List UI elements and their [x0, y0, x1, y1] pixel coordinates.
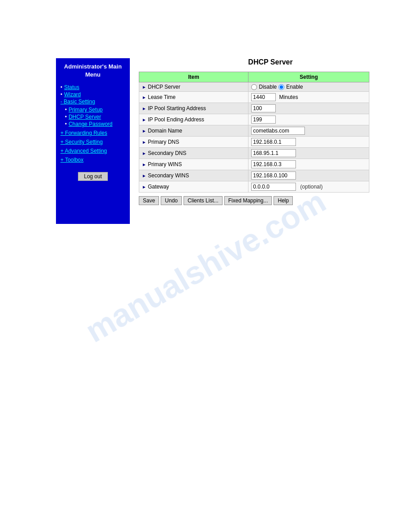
- advanced-setting-section[interactable]: + Advanced Setting: [60, 148, 126, 154]
- primary-dns-input[interactable]: [251, 138, 296, 146]
- basic-setting-submenu: Primary Setup DHCP Server Change Passwor…: [60, 107, 126, 127]
- dhcp-table: Item Setting ► DHCP Server Disable: [139, 72, 369, 193]
- table-row: ► Lease Time Minutes: [139, 92, 369, 103]
- ip-pool-end-item-cell: ► IP Pool Ending Address: [139, 114, 248, 125]
- change-password-link[interactable]: Change Password: [68, 121, 112, 127]
- table-row: ► Domain Name: [139, 125, 369, 137]
- arrow-icon: ►: [142, 162, 146, 167]
- arrow-icon: ►: [142, 117, 146, 122]
- sidebar-title: Administrator's Main Menu: [60, 63, 126, 79]
- ip-pool-end-input[interactable]: [251, 116, 276, 124]
- table-row: ► Secondary WINS: [139, 170, 369, 181]
- security-setting-section[interactable]: + Security Setting: [60, 139, 126, 145]
- arrow-icon: ►: [142, 95, 146, 100]
- secondary-dns-input[interactable]: [251, 149, 296, 157]
- dhcp-server-item[interactable]: DHCP Server: [65, 114, 126, 120]
- button-row: Save Undo Clients List... Fixed Mapping.…: [139, 196, 402, 205]
- undo-button[interactable]: Undo: [161, 196, 182, 205]
- dhcp-server-radio-group: Disable Enable: [251, 84, 366, 90]
- primary-setup-item[interactable]: Primary Setup: [65, 107, 126, 113]
- fixed-mapping-button[interactable]: Fixed Mapping...: [224, 196, 272, 205]
- arrow-icon: ►: [142, 151, 146, 156]
- clients-list-button[interactable]: Clients List...: [184, 196, 223, 205]
- domain-name-setting-cell: [248, 125, 369, 137]
- dhcp-enable-radio[interactable]: [278, 84, 284, 90]
- secondary-wins-setting-cell: [248, 170, 369, 181]
- arrow-icon: ►: [142, 129, 146, 133]
- primary-setup-link[interactable]: Primary Setup: [68, 107, 103, 113]
- dhcp-enable-label: Enable: [286, 84, 303, 90]
- gateway-setting-cell: (optional): [248, 181, 369, 193]
- toolbox-link[interactable]: + Toolbox: [60, 157, 126, 163]
- domain-name-item-cell: ► Domain Name: [139, 125, 248, 137]
- table-row: ► DHCP Server Disable Enable: [139, 82, 369, 92]
- optional-label: (optional): [300, 184, 323, 190]
- ip-pool-start-input[interactable]: [251, 104, 276, 112]
- arrow-icon: ►: [142, 184, 146, 189]
- lease-time-item-cell: ► Lease Time: [139, 92, 248, 103]
- dhcp-server-link[interactable]: DHCP Server: [68, 114, 101, 120]
- table-row: ► Secondary DNS: [139, 148, 369, 159]
- arrow-icon: ►: [142, 85, 146, 90]
- table-row: ► IP Pool Starting Address: [139, 103, 369, 114]
- dhcp-disable-label: Disable: [259, 84, 277, 90]
- sidebar: Administrator's Main Menu Status Wizard …: [56, 58, 130, 224]
- sidebar-item-wizard[interactable]: Wizard: [60, 91, 126, 98]
- domain-name-input[interactable]: [251, 127, 305, 135]
- gateway-item-cell: ► Gateway: [139, 181, 248, 193]
- dhcp-server-setting-cell: Disable Enable: [248, 82, 369, 92]
- sidebar-item-status[interactable]: Status: [60, 84, 126, 90]
- arrow-icon: ►: [142, 140, 146, 145]
- page-title: DHCP Server: [139, 58, 402, 66]
- col-item-header: Item: [139, 72, 248, 82]
- toolbox-section[interactable]: + Toolbox: [60, 157, 126, 163]
- primary-dns-setting-cell: [248, 137, 369, 148]
- forwarding-rules-section[interactable]: + Forwarding Rules: [60, 130, 126, 136]
- arrow-icon: ►: [142, 173, 146, 178]
- table-row: ► Primary WINS: [139, 159, 369, 170]
- secondary-wins-input[interactable]: [251, 172, 296, 180]
- secondary-wins-item-cell: ► Secondary WINS: [139, 170, 248, 181]
- primary-wins-setting-cell: [248, 159, 369, 170]
- dhcp-server-item-cell: ► DHCP Server: [139, 82, 248, 92]
- wizard-link[interactable]: Wizard: [64, 91, 81, 98]
- table-row: ► Gateway (optional): [139, 181, 369, 193]
- change-password-item[interactable]: Change Password: [65, 121, 126, 127]
- main-content: DHCP Server Item Setting ► DHCP Server: [130, 58, 411, 224]
- lease-time-input[interactable]: [251, 93, 276, 101]
- secondary-dns-item-cell: ► Secondary DNS: [139, 148, 248, 159]
- save-button[interactable]: Save: [139, 196, 159, 205]
- ip-pool-end-setting-cell: [248, 114, 369, 125]
- security-setting-link[interactable]: + Security Setting: [60, 139, 126, 145]
- secondary-dns-setting-cell: [248, 148, 369, 159]
- primary-wins-input[interactable]: [251, 160, 296, 168]
- ip-pool-start-setting-cell: [248, 103, 369, 114]
- gateway-input[interactable]: [251, 183, 296, 191]
- forwarding-rules-link[interactable]: + Forwarding Rules: [60, 130, 126, 136]
- basic-setting-link[interactable]: - Basic Setting: [60, 99, 126, 105]
- lease-time-setting-cell: Minutes: [248, 92, 369, 103]
- dhcp-disable-radio[interactable]: [251, 84, 257, 90]
- help-button[interactable]: Help: [274, 196, 293, 205]
- table-row: ► IP Pool Ending Address: [139, 114, 369, 125]
- status-link[interactable]: Status: [64, 84, 79, 90]
- col-setting-header: Setting: [248, 72, 369, 82]
- ip-pool-start-item-cell: ► IP Pool Starting Address: [139, 103, 248, 114]
- logout-container: Log out: [60, 172, 126, 181]
- primary-wins-item-cell: ► Primary WINS: [139, 159, 248, 170]
- primary-dns-item-cell: ► Primary DNS: [139, 137, 248, 148]
- advanced-setting-link[interactable]: + Advanced Setting: [60, 148, 126, 154]
- basic-setting-section: - Basic Setting Primary Setup DHCP Serve…: [60, 99, 126, 127]
- minutes-label: Minutes: [279, 94, 298, 100]
- logout-button[interactable]: Log out: [78, 172, 107, 181]
- table-row: ► Primary DNS: [139, 137, 369, 148]
- arrow-icon: ►: [142, 106, 146, 111]
